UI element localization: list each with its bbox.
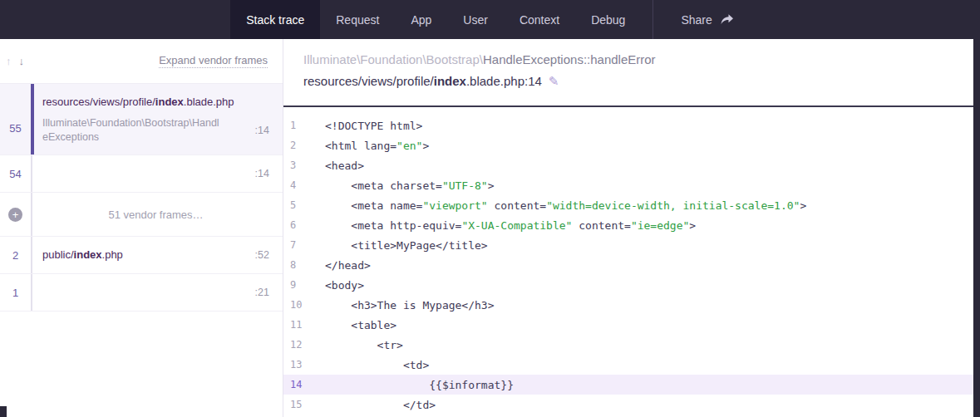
stack-frame-2[interactable]: 2 public/index.php :52: [0, 237, 283, 274]
code-line-10: 10 <h3>The is Mypage</h3>: [283, 295, 980, 315]
line-number: 6: [290, 219, 313, 231]
line-number: 13: [290, 359, 313, 370]
code-viewer: 1<!DOCTYPE html>2<html lang="en">3<head>…: [283, 107, 980, 417]
line-number: 7: [290, 239, 313, 251]
code-line-2: 2<html lang="en">: [283, 135, 980, 155]
frame-file-heading: resources/views/profile/index.blade.php:…: [303, 74, 960, 89]
bottom-left-edge: [0, 406, 7, 417]
sidebar-header: ↑ ↓ Expand vendor frames: [0, 39, 283, 84]
code-line-7: 7 <title>MyPage</title>: [283, 235, 980, 255]
expand-plus-icon[interactable]: +: [8, 208, 22, 222]
vendor-frames-toggle[interactable]: + 51 vendor frames…: [0, 193, 283, 237]
frame-number: 1: [0, 274, 31, 311]
scroll-down-icon[interactable]: ↓: [17, 53, 27, 69]
code-text: <html lang="en">: [313, 140, 429, 152]
line-number: 5: [290, 199, 313, 211]
frame-number: 54: [0, 155, 31, 192]
code-text: </td>: [313, 399, 436, 411]
code-text: <head>: [313, 159, 364, 172]
code-line-4: 4 <meta charset="UTF-8">: [283, 175, 980, 195]
class-namespace: Illuminate\Foundation\Bootstrap\: [303, 52, 483, 66]
code-text: <!DOCTYPE html>: [313, 120, 422, 132]
code-text: <body>: [313, 279, 364, 292]
file-name: index: [434, 74, 466, 88]
frame-body: 51 vendor frames…: [31, 193, 283, 236]
line-number: 9: [290, 279, 313, 291]
line-number: 8: [290, 259, 313, 271]
frame-file-name: index: [74, 248, 102, 261]
code-line-3: 3<head>: [283, 155, 980, 175]
edit-file-icon[interactable]: ✎: [549, 74, 559, 88]
code-line-13: 13 <td>: [283, 355, 980, 375]
frame-body: resources/views/profile/index.blade.php …: [31, 84, 283, 155]
share-icon: [720, 13, 734, 26]
frame-body: :21: [31, 274, 283, 311]
frame-line-number: :14: [255, 168, 269, 179]
frame-file: public/index.php: [42, 248, 123, 262]
share-button[interactable]: Share: [665, 0, 749, 39]
code-line-9: 9<body>: [283, 275, 980, 295]
line-number: 2: [290, 140, 313, 151]
stack-frame-1[interactable]: 1 :21: [0, 274, 283, 312]
tab-request[interactable]: Request: [320, 0, 395, 39]
frame-meta: Illuminate\Foundation\Bootstrap\HandleEx…: [42, 116, 269, 145]
code-line-11: 11 <table>: [283, 315, 980, 335]
frame-body: public/index.php :52: [31, 237, 283, 273]
stack-trace-sidebar: ↑ ↓ Expand vendor frames 55 resources/vi…: [0, 39, 283, 417]
code-text: <meta charset="UTF-8">: [313, 179, 495, 192]
frame-body: :14: [31, 155, 283, 192]
frame-number: 55: [0, 84, 31, 155]
content-area: ↑ ↓ Expand vendor frames 55 resources/vi…: [0, 39, 980, 417]
file-path-suffix: .blade.php:14: [466, 74, 542, 88]
sidebar-empty-space: [0, 312, 283, 417]
vendor-frames-label: 51 vendor frames…: [108, 208, 203, 221]
code-line-1: 1<!DOCTYPE html>: [283, 115, 980, 135]
nav-tabs: Stack trace Request App User Context Deb…: [230, 0, 750, 39]
tab-debug[interactable]: Debug: [575, 0, 641, 39]
tab-user[interactable]: User: [447, 0, 504, 39]
frame-file-suffix: .php: [102, 248, 123, 261]
code-text: <title>MyPage</title>: [313, 239, 488, 252]
code-line-8: 8</head>: [283, 255, 980, 275]
code-line-14: 14 {{$informat}}: [283, 375, 980, 395]
frame-line-number: :14: [255, 124, 269, 138]
frame-line-number: :21: [255, 287, 269, 298]
line-number: 11: [290, 319, 313, 331]
tab-stack-trace[interactable]: Stack trace: [230, 0, 320, 39]
code-text: <meta name="viewport" content="width=dev…: [313, 199, 806, 212]
code-line-15: 15 </td>: [283, 395, 980, 415]
right-edge-strip: [973, 0, 980, 417]
code-line-6: 6 <meta http-equiv="X-UA-Compatible" con…: [283, 215, 980, 235]
frame-file-prefix: resources/views/profile/: [42, 96, 155, 108]
line-number: 10: [290, 299, 313, 311]
error-page: Stack trace Request App User Context Deb…: [0, 0, 980, 417]
stack-frame-54[interactable]: 54 :14: [0, 155, 283, 193]
code-line-5: 5 <meta name="viewport" content="width=d…: [283, 195, 980, 215]
frame-number-column: +: [0, 193, 31, 236]
line-number: 15: [290, 399, 313, 410]
class-method: HandleExceptions::handleError: [483, 52, 656, 66]
frame-file: resources/views/profile/index.blade.php: [42, 96, 269, 109]
line-number: 1: [290, 120, 313, 131]
top-navbar: Stack trace Request App User Context Deb…: [0, 0, 980, 39]
file-path-prefix: resources/views/profile/: [303, 74, 434, 88]
tab-context[interactable]: Context: [504, 0, 575, 39]
stack-frame-55[interactable]: 55 resources/views/profile/index.blade.p…: [0, 84, 283, 155]
frame-nav-arrows: ↑ ↓: [3, 53, 27, 69]
navbar-divider: [653, 0, 653, 39]
line-number: 12: [290, 339, 313, 351]
tab-app[interactable]: App: [395, 0, 447, 39]
frame-file-prefix: public/: [42, 248, 74, 261]
scroll-up-icon[interactable]: ↑: [3, 53, 14, 69]
code-line-12: 12 <tr>: [283, 335, 980, 355]
line-number: 14: [290, 379, 313, 390]
code-text: {{$informat}}: [313, 379, 514, 391]
line-number: 3: [290, 159, 313, 171]
line-number: 4: [290, 179, 313, 191]
code-text: <td>: [313, 359, 429, 371]
code-text: <tr>: [313, 339, 403, 351]
expand-vendor-frames-link[interactable]: Expand vendor frames: [159, 54, 268, 68]
frame-line-number: :52: [255, 249, 269, 261]
code-panel: Illuminate\Foundation\Bootstrap\HandleEx…: [283, 39, 980, 417]
frame-file-suffix: .blade.php: [184, 96, 234, 108]
